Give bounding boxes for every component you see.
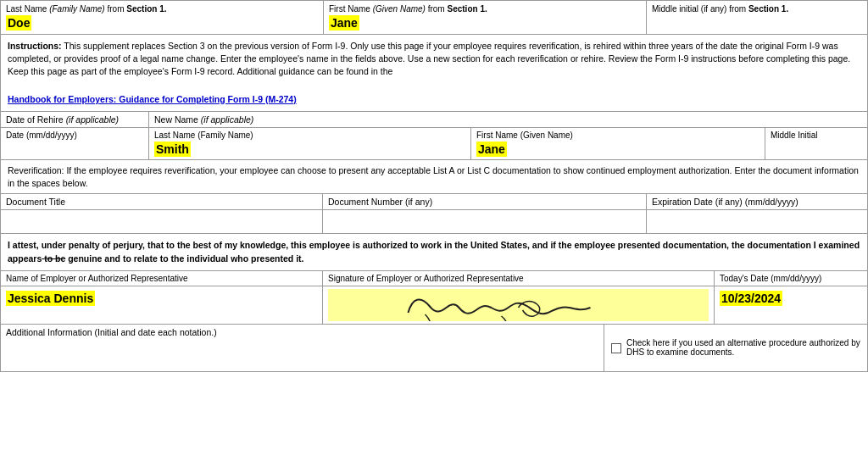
employer-name-label: Name of Employer or Authorized Represent… — [6, 274, 317, 283]
top-middle-label: Middle initial (if any) from Section 1. — [652, 4, 862, 14]
instructions-block: Instructions: This supplement replaces S… — [1, 35, 867, 112]
doc-title-header: Document Title — [1, 194, 323, 209]
instructions-text: Instructions: This supplement replaces S… — [8, 40, 860, 79]
top-lastname-cell: Last Name (Family Name) from Section 1. … — [1, 1, 324, 34]
top-firstname-cell: First Name (Given Name) from Section 1. … — [324, 1, 647, 34]
new-firstname-value: Jane — [476, 142, 507, 157]
doc-number-header: Document Number (if any) — [323, 194, 647, 209]
new-firstname-sublabel: First Name (Given Name) — [476, 131, 760, 140]
sig-image-cell — [323, 286, 715, 324]
additional-info-cell: Additional Information (Initial and date… — [1, 325, 604, 371]
additional-row: Additional Information (Initial and date… — [1, 325, 867, 371]
employer-name-value: Jessica Dennis — [6, 291, 95, 306]
doc-expiration-header: Expiration Date (if any) (mm/dd/yyyy) — [647, 194, 867, 209]
doc-data-row — [1, 210, 867, 234]
doc-header-row: Document Title Document Number (if any) … — [1, 194, 867, 210]
new-middle-sublabel: Middle Initial — [771, 131, 862, 140]
handbook-link[interactable]: Handbook for Employers: Guidance for Com… — [8, 94, 297, 104]
signature-svg — [328, 289, 709, 321]
top-lastname-value: Doe — [6, 15, 31, 31]
today-date-label-cell: Today's Date (mm/dd/yyyy) — [715, 271, 867, 286]
sig-label-cell: Signature of Employer or Authorized Repr… — [323, 271, 715, 286]
dhs-checkbox-cell: Check here if you used an alternative pr… — [604, 325, 867, 371]
sig-label: Signature of Employer or Authorized Repr… — [328, 274, 709, 283]
date-sublabel: Date (mm/dd/yyyy) — [6, 131, 143, 140]
new-lastname-sublabel: Last Name (Family Name) — [154, 131, 465, 140]
new-firstname-cell: First Name (Given Name) Jane — [471, 128, 765, 159]
dhs-checkbox[interactable] — [611, 343, 621, 353]
rehire-header-cell: Date of Rehire (if applicable) — [1, 112, 149, 127]
today-date-value-cell: 10/23/2024 — [715, 286, 867, 324]
section-a-header-row: Date of Rehire (if applicable) New Name … — [1, 112, 867, 128]
section-a-data-row: Date (mm/dd/yyyy) Last Name (Family Name… — [1, 128, 867, 160]
newname-header-cell: New Name (if applicable) — [149, 112, 867, 127]
sig-label-row: Name of Employer or Authorized Represent… — [1, 271, 867, 286]
reverification-text: Reverification: If the employee requires… — [8, 165, 859, 188]
new-lastname-value: Smith — [154, 142, 191, 157]
signature-image — [328, 289, 709, 321]
form-container: Last Name (Family Name) from Section 1. … — [0, 0, 868, 372]
dhs-checkbox-label: Check here if you used an alternative pr… — [626, 338, 860, 357]
today-date-label: Today's Date (mm/dd/yyyy) — [720, 274, 862, 283]
date-cell: Date (mm/dd/yyyy) — [1, 128, 149, 159]
top-name-row: Last Name (Family Name) from Section 1. … — [1, 1, 867, 35]
attestation-text: I attest, under penalty of perjury, that… — [8, 240, 860, 263]
strikethrough-text: to be — [42, 253, 65, 264]
today-date-value: 10/23/2024 — [720, 291, 782, 306]
doc-expiration-value — [647, 210, 867, 233]
attestation-block: I attest, under penalty of perjury, that… — [1, 234, 867, 270]
doc-number-value — [323, 210, 647, 233]
employer-name-value-cell: Jessica Dennis — [1, 286, 323, 324]
sig-value-row: Jessica Dennis 10/23/2024 — [1, 286, 867, 325]
new-middle-cell: Middle Initial — [765, 128, 867, 159]
additional-info-label: Additional Information (Initial and date… — [6, 327, 217, 337]
reverification-block: Reverification: If the employee requires… — [1, 160, 867, 194]
top-firstname-value: Jane — [329, 15, 359, 31]
top-lastname-label: Last Name (Family Name) from Section 1. — [6, 4, 318, 14]
top-firstname-label: First Name (Given Name) from Section 1. — [329, 4, 641, 14]
new-lastname-cell: Last Name (Family Name) Smith — [149, 128, 471, 159]
doc-title-value — [1, 210, 323, 233]
top-middle-cell: Middle initial (if any) from Section 1. — [647, 1, 867, 34]
employer-name-label-cell: Name of Employer or Authorized Represent… — [1, 271, 323, 286]
